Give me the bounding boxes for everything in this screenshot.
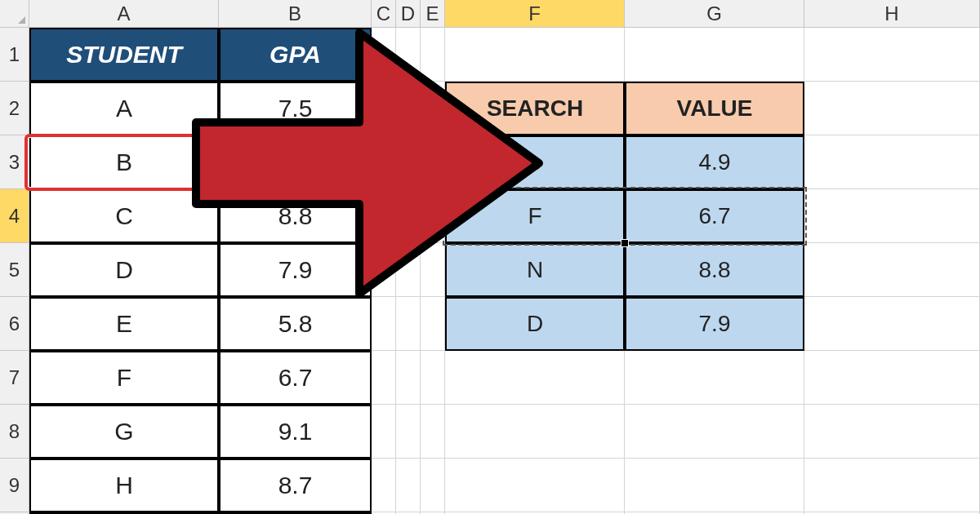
value-cell[interactable]: 6.7 xyxy=(625,189,804,243)
cell-H6[interactable] xyxy=(804,297,980,351)
fill-handle[interactable] xyxy=(621,239,629,247)
cell-E2[interactable] xyxy=(421,82,445,135)
search-cell[interactable]: N xyxy=(445,243,625,297)
cell-F8[interactable] xyxy=(445,405,625,459)
student-cell[interactable]: H xyxy=(29,459,219,512)
gpa-cell[interactable]: 9.1 xyxy=(219,405,372,459)
row-header-1[interactable]: 1 xyxy=(0,28,29,82)
cell-D4[interactable] xyxy=(396,189,421,243)
cell-C8[interactable] xyxy=(372,405,396,459)
search-header[interactable]: SEARCH xyxy=(445,82,625,135)
cell-C9[interactable] xyxy=(372,459,396,512)
cell-E9[interactable] xyxy=(421,459,445,512)
cell-E5[interactable] xyxy=(421,243,445,297)
cell-F9[interactable] xyxy=(445,459,625,512)
cell-C3[interactable] xyxy=(372,135,396,189)
value-cell[interactable]: 7.9 xyxy=(625,297,804,351)
cell-E4[interactable] xyxy=(421,189,445,243)
student-cell[interactable]: C xyxy=(29,189,219,243)
cell-H2[interactable] xyxy=(804,82,980,135)
cell-D9[interactable] xyxy=(396,459,421,512)
search-cell[interactable]: D xyxy=(445,297,625,351)
student-cell[interactable]: F xyxy=(29,351,219,405)
row-header-8[interactable]: 8 xyxy=(0,405,29,459)
cell-E1[interactable] xyxy=(421,28,445,82)
student-cell[interactable]: D xyxy=(29,243,219,297)
row-header-2[interactable]: 2 xyxy=(0,82,29,135)
search-cell[interactable]: b xyxy=(445,135,625,189)
gpa-cell[interactable]: 6.7 xyxy=(219,351,372,405)
cell-D2[interactable] xyxy=(396,82,421,135)
cell-G8[interactable] xyxy=(625,405,804,459)
cell-G9[interactable] xyxy=(625,459,804,512)
column-header-D[interactable]: D xyxy=(396,0,421,28)
cell-H1[interactable] xyxy=(804,28,980,82)
student-cell[interactable]: B xyxy=(29,135,219,189)
student-cell[interactable]: G xyxy=(29,405,219,459)
row-header-9[interactable]: 9 xyxy=(0,459,29,512)
cell-H8[interactable] xyxy=(804,405,980,459)
cell-D5[interactable] xyxy=(396,243,421,297)
value-header[interactable]: VALUE xyxy=(625,82,804,135)
column-header-F[interactable]: F xyxy=(445,0,625,28)
row-header-4[interactable]: 4 xyxy=(0,189,29,243)
cell-C7[interactable] xyxy=(372,351,396,405)
gpa-cell[interactable] xyxy=(219,135,372,189)
cell-H4[interactable] xyxy=(804,189,980,243)
gpa-cell[interactable]: 7.5 xyxy=(219,82,372,135)
column-header-H[interactable]: H xyxy=(804,0,980,28)
cell-C6[interactable] xyxy=(372,297,396,351)
cell-G1[interactable] xyxy=(625,28,804,82)
cell-F1[interactable] xyxy=(445,28,625,82)
cell-G7[interactable] xyxy=(625,351,804,405)
gpa-header[interactable]: GPA xyxy=(219,28,372,82)
select-all-corner[interactable] xyxy=(0,0,29,28)
cell-C4[interactable] xyxy=(372,189,396,243)
value-cell[interactable]: 4.9 xyxy=(625,135,804,189)
row-header-7[interactable]: 7 xyxy=(0,351,29,405)
cell-D1[interactable] xyxy=(396,28,421,82)
student-header[interactable]: STUDENT xyxy=(29,28,219,82)
column-header-G[interactable]: G xyxy=(625,0,804,28)
row-header-3[interactable]: 3 xyxy=(0,135,29,189)
column-header-E[interactable]: E xyxy=(421,0,445,28)
gpa-cell[interactable]: 5.8 xyxy=(219,297,372,351)
cell-H7[interactable] xyxy=(804,351,980,405)
gpa-cell[interactable]: 8.7 xyxy=(219,459,372,512)
column-header-B[interactable]: B xyxy=(219,0,372,28)
column-header-A[interactable]: A xyxy=(29,0,219,28)
cell-H3[interactable] xyxy=(804,135,980,189)
cell-F7[interactable] xyxy=(445,351,625,405)
cell-E3[interactable] xyxy=(421,135,445,189)
cell-C5[interactable] xyxy=(372,243,396,297)
value-cell[interactable]: 8.8 xyxy=(625,243,804,297)
cell-E8[interactable] xyxy=(421,405,445,459)
student-cell[interactable]: A xyxy=(29,82,219,135)
cell-D6[interactable] xyxy=(396,297,421,351)
cell-D3[interactable] xyxy=(396,135,421,189)
row-header-5[interactable]: 5 xyxy=(0,243,29,297)
search-cell[interactable]: F xyxy=(445,189,625,243)
cell-D8[interactable] xyxy=(396,405,421,459)
gpa-cell[interactable]: 8.8 xyxy=(219,189,372,243)
column-header-C[interactable]: C xyxy=(372,0,396,28)
row-header-6[interactable]: 6 xyxy=(0,297,29,351)
cell-C2[interactable] xyxy=(372,82,396,135)
cell-E7[interactable] xyxy=(421,351,445,405)
cell-H9[interactable] xyxy=(804,459,980,512)
student-cell[interactable]: E xyxy=(29,297,219,351)
cell-H5[interactable] xyxy=(804,243,980,297)
gpa-cell[interactable]: 7.9 xyxy=(219,243,372,297)
cell-C1[interactable] xyxy=(372,28,396,82)
cell-E6[interactable] xyxy=(421,297,445,351)
cell-D7[interactable] xyxy=(396,351,421,405)
